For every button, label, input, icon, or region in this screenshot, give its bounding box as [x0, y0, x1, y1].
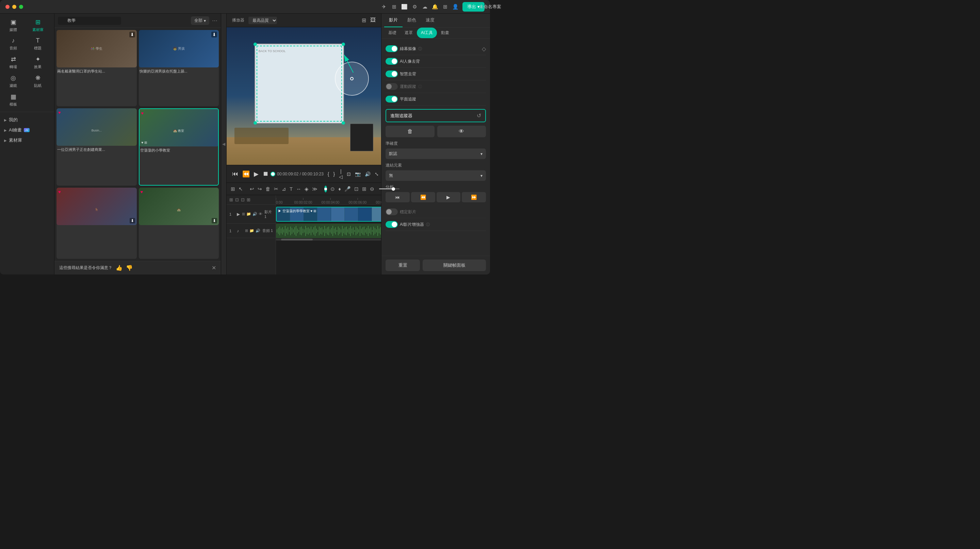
list-item[interactable]: ♥ Busin... 一位亞洲男子正在創建商業... [56, 108, 137, 186]
green-screen-reset-icon[interactable]: ◇ [482, 46, 486, 52]
satisfaction-close-icon[interactable]: ✕ [212, 265, 216, 271]
image-view-icon[interactable]: 🖼 [370, 17, 375, 24]
split-button[interactable]: |◁ [339, 169, 343, 179]
frame-back-button[interactable]: ⏪ [242, 170, 250, 178]
download-icon-2[interactable]: ⬇ [211, 32, 217, 37]
keyframe-panel-button[interactable]: 關鍵帧面板 [423, 260, 486, 271]
volume-handle[interactable] [392, 187, 395, 191]
track-folder-icon[interactable]: 📁 [247, 212, 251, 216]
sidebar-item-transition[interactable]: ⇄ 轉場 [2, 53, 25, 72]
list-item[interactable]: 🧒 男孩 ⬇ 快樂的亞洲男孩在托盤上舔... [139, 30, 219, 106]
tab-color[interactable]: 顏色 [402, 14, 421, 27]
tl-tool-voiceover[interactable]: 🎤 [344, 186, 351, 192]
sidebar-nav-library[interactable]: ▶ 素材庫 [2, 135, 53, 145]
search-input[interactable] [58, 17, 121, 25]
toggle-switch-plane-track[interactable] [385, 96, 398, 102]
download-icon-1[interactable]: ⬇ [129, 32, 135, 37]
sidebar-item-media[interactable]: ▣ 媒體 [2, 16, 25, 34]
mark-out-button[interactable]: } [334, 171, 335, 177]
sidebar-nav-ai-draw[interactable]: ▶ AI繪畫 AI [2, 125, 53, 135]
progress-handle[interactable] [270, 172, 275, 176]
toggle-switch-ai-portrait[interactable] [385, 58, 398, 65]
sidebar-nav-my[interactable]: ▶ 我的 [2, 115, 53, 125]
analysis-prev-button[interactable]: ⏪ [411, 192, 435, 202]
download-icon-5[interactable]: ⬇ [130, 218, 135, 223]
sidebar-item-filter[interactable]: ◎ 濾鏡 [2, 72, 25, 90]
bell-icon[interactable]: 🔔 [432, 4, 438, 10]
stop-button[interactable]: ⏹ [263, 170, 269, 177]
share-icon[interactable]: ✈ [381, 4, 387, 10]
tl-tool-audio[interactable]: ♦ [338, 186, 341, 192]
minimize-button[interactable] [12, 5, 16, 9]
accuracy-select[interactable]: 默認 ▾ [385, 148, 486, 159]
tl-tool-zoom[interactable]: ↔ [296, 186, 301, 192]
close-button[interactable] [5, 5, 10, 9]
sidebar-item-audio[interactable]: ♪ 音頻 [2, 35, 25, 53]
connect-select[interactable]: 無 ▾ [385, 170, 486, 181]
list-item[interactable]: ♥ 🏫 ⬇ [139, 188, 219, 259]
tl-tool-speed[interactable]: ⊙ [331, 186, 335, 192]
save-icon[interactable]: ⊞ [391, 4, 397, 10]
sidebar-item-effect[interactable]: ✦ 效果 [26, 53, 50, 72]
tl-tool-undo[interactable]: ↩ [250, 186, 254, 192]
panel-collapse-arrow[interactable]: ◀ [221, 14, 227, 274]
tl-tool-blend[interactable]: ⊖ [370, 186, 374, 192]
tl-tool-paint[interactable]: ◈ [305, 186, 309, 192]
tl-tool-cut[interactable]: ✂ [274, 186, 278, 192]
list-item[interactable]: ♥ 🏫 教室 ♥ ⊞ 空蕩蕩的小學教室 [139, 108, 219, 186]
subtab-ai-tools[interactable]: AI工具 [417, 27, 437, 38]
screen-icon[interactable]: ⬜ [401, 4, 407, 10]
toggle-switch-ai-enhancer[interactable] [385, 221, 398, 228]
timeline-scrollbar[interactable] [276, 238, 381, 241]
grid-track-icon[interactable]: ⊞ [247, 197, 250, 202]
toggle-switch-stabilize[interactable] [385, 208, 398, 215]
grid-icon[interactable]: ⊞ [442, 4, 448, 10]
tl-tool-more[interactable]: ≫ [312, 186, 318, 192]
track-add-icon[interactable]: ⊞ [242, 212, 245, 216]
add-track-icon[interactable]: ⊞ [229, 197, 233, 202]
maximize-button[interactable] [19, 5, 23, 9]
mark-in-button[interactable]: { [328, 171, 329, 177]
tl-tool-delete[interactable]: 🗑 [266, 186, 270, 192]
toggle-switch-green-screen[interactable] [385, 45, 398, 52]
video-clip[interactable]: ▶ 空蕩蕩的學學教室 ♥ ⊞ [276, 207, 381, 222]
tl-tool-text[interactable]: T [290, 186, 293, 192]
sidebar-item-library[interactable]: ⊞ 素材庫 [26, 16, 50, 34]
toggle-switch-motion-track[interactable] [385, 83, 398, 90]
play-button[interactable]: ▶ [254, 170, 259, 178]
subtab-mask[interactable]: 遮罩 [401, 27, 417, 38]
volume-button[interactable]: 🔊 [365, 171, 371, 177]
tab-speed[interactable]: 速度 [421, 14, 439, 27]
more-controls-button[interactable]: ⤡ [375, 171, 379, 177]
filter-button[interactable]: 全部 ▾ [191, 16, 209, 25]
analysis-play-button[interactable]: ▶ [437, 192, 461, 202]
delete-tracker-button[interactable]: 🗑 [385, 126, 434, 137]
sidebar-item-title[interactable]: T 標題 [26, 35, 50, 53]
reset-button[interactable]: 重置 [385, 260, 420, 271]
snapshot-button[interactable]: 📷 [355, 171, 361, 177]
analysis-skip-back-button[interactable]: ⏮ [385, 192, 410, 202]
toggle-switch-smart-bg[interactable] [385, 70, 398, 77]
track-audio-vol-icon[interactable]: 🔊 [256, 228, 260, 233]
track-audio-folder-icon[interactable]: 📁 [250, 228, 254, 233]
tl-tool-select[interactable]: ↖ [239, 186, 243, 192]
chain-icon[interactable]: ⊡ [235, 197, 239, 202]
tl-tool-subtitles[interactable]: ⊡ [354, 186, 359, 192]
eye-tracker-button[interactable]: 👁 [437, 126, 486, 137]
tl-tool-trim[interactable]: ⊿ [282, 186, 286, 192]
cloud-icon[interactable]: ☁ [422, 4, 428, 10]
track-eye-icon[interactable]: 👁 [259, 212, 262, 216]
tl-tool-multiselect[interactable]: ⊞ [231, 186, 235, 192]
tl-tool-redo[interactable]: ↪ [258, 186, 262, 192]
scroll-thumb[interactable] [281, 239, 313, 241]
track-audio-icon[interactable]: 🔊 [253, 212, 257, 216]
quality-select[interactable]: 最高品質 [248, 17, 277, 24]
subtab-basic[interactable]: 基礎 [384, 27, 401, 38]
subtab-animation[interactable]: 動畫 [437, 27, 453, 38]
thumbs-up-icon[interactable]: 👍 [116, 265, 123, 271]
settings-icon[interactable]: ⚙ [411, 4, 417, 10]
analysis-next-button[interactable]: ⏩ [462, 192, 486, 202]
user-icon[interactable]: 👤 [452, 4, 458, 10]
fullscreen-button[interactable]: ⊡ [347, 171, 351, 177]
list-item[interactable]: ♥ 🪑 ⬇ [56, 188, 137, 259]
